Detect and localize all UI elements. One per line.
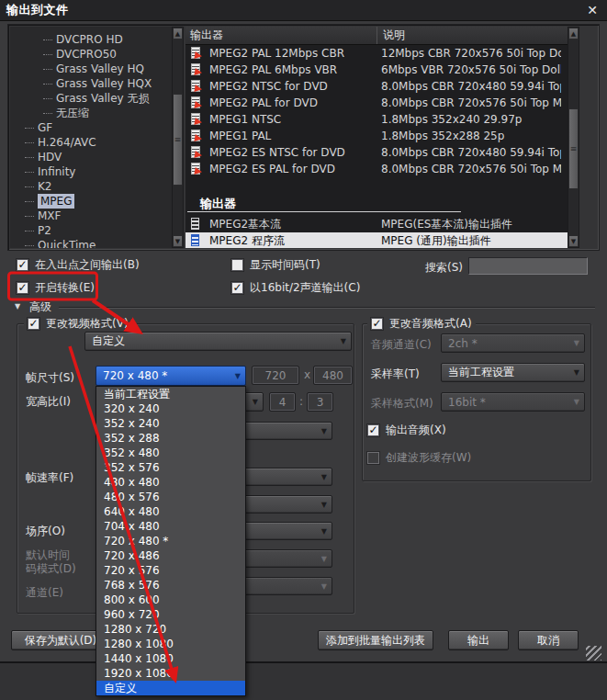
export-preset-icon <box>190 146 205 159</box>
exporter-row-3[interactable]: MPEG2 PAL for DVD8.0Mbps CBR 720x576 50i… <box>185 95 568 111</box>
size-option-3[interactable]: 352 x 288 <box>96 431 245 446</box>
grip-icon: ≡ <box>570 145 578 153</box>
frame-width-field[interactable]: 720 <box>252 366 299 385</box>
size-option-14[interactable]: 800 x 600 <box>96 593 245 607</box>
bit16-output-checkbox[interactable]: ✓ 以16bit/2声道输出(C) <box>231 280 360 296</box>
tree-item-1[interactable]: DVCPRO50 <box>10 47 172 62</box>
tree-item-3[interactable]: Grass Valley HQX <box>10 76 172 91</box>
tree-item-11[interactable]: MPEG <box>10 194 172 209</box>
tree-item-13[interactable]: P2 <box>10 223 172 238</box>
list-scrollbar-thumb[interactable]: ≡ <box>568 108 579 189</box>
tree-scrollbar-thumb[interactable]: ≡ <box>173 94 183 186</box>
tree-item-12[interactable]: MXF <box>10 209 172 223</box>
close-icon[interactable]: ✕ <box>578 3 607 17</box>
exporter-row-7[interactable]: MPEG2 ES PAL for DVD8.0Mbps CBR 720x576 … <box>185 161 568 177</box>
exporter-name: MPEG1 PAL <box>209 130 271 142</box>
check-icon: ✓ <box>28 318 38 329</box>
tree-item-7[interactable]: H.264/AVC <box>10 135 172 150</box>
tree-item-10[interactable]: K2 <box>10 179 172 194</box>
expander-icon[interactable]: ▼ <box>15 302 20 310</box>
scroll-down-icon[interactable]: ▼ <box>568 235 579 247</box>
size-option-4[interactable]: 352 x 480 <box>96 446 245 460</box>
exporter-description: 8.0Mbps CBR 720x480 59.94i Top Dol... <box>381 146 561 159</box>
add-batch-button[interactable]: 添加到批量输出列表 <box>318 630 433 650</box>
exporter-row-0[interactable]: MPEG2 PAL 12Mbps CBR12Mbps CBR 720x576 5… <box>185 45 568 62</box>
plugin-row-0[interactable]: MPEG2基本流MPEG(ES基本流)输出插件 <box>185 216 568 232</box>
tree-item-label: Grass Valley HQ <box>56 62 144 76</box>
size-option-11[interactable]: 720 x 486 <box>96 548 245 563</box>
size-option-0[interactable]: 当前工程设置 <box>96 387 245 401</box>
video-preset-select[interactable]: 自定义 ▼ <box>84 332 352 351</box>
size-option-9[interactable]: 704 x 480 <box>96 519 245 534</box>
exporter-row-4[interactable]: MPEG1 NTSC1.8Mbps 352x240 29.97p <box>185 111 568 128</box>
check-icon: ✓ <box>372 318 381 329</box>
titlebar[interactable]: 输出到文件 ✕ <box>0 0 607 21</box>
tc-mode-label-line2: 码模式(D) <box>26 561 76 577</box>
display-timecode-checkbox[interactable]: 显示时间码(T) <box>231 257 320 273</box>
scroll-up-icon[interactable]: ▲ <box>568 28 579 40</box>
advanced-label[interactable]: 高级 <box>29 299 51 315</box>
size-option-10[interactable]: 720 x 480 * <box>96 534 245 548</box>
size-option-7[interactable]: 480 x 576 <box>96 490 245 504</box>
exporter-description: 1.8Mbps 352x240 29.97p <box>381 113 561 126</box>
resize-grip[interactable] <box>586 646 601 660</box>
chevron-down-icon: ▼ <box>321 555 327 563</box>
search-input[interactable] <box>468 257 588 275</box>
size-option-2[interactable]: 352 x 240 <box>96 416 245 431</box>
size-option-20[interactable]: 自定义 <box>96 681 245 695</box>
size-option-12[interactable]: 720 x 576 <box>96 563 245 578</box>
chevron-down-icon: ▼ <box>574 339 579 347</box>
size-option-5[interactable]: 352 x 576 <box>96 460 245 475</box>
exporter-row-5[interactable]: MPEG1 PAL1.8Mbps 352x288 25p <box>185 128 568 144</box>
samplerate-select[interactable]: 当前工程设置 ▼ <box>441 363 585 382</box>
red-arrow-icon <box>194 101 206 110</box>
tree-item-8[interactable]: HDV <box>10 150 172 164</box>
tree-scrollbar[interactable]: ▲ ≡ ▼ <box>172 27 184 248</box>
chevron-down-icon: ▼ <box>574 398 579 406</box>
exporter-row-1[interactable]: MPEG2 PAL 6Mbps VBR6Mbps VBR 720x576 50i… <box>185 62 568 78</box>
exporter-description: 8.0Mbps CBR 720x480 59.94i Top Dol... <box>381 80 561 93</box>
cancel-button[interactable]: 取消 <box>518 630 579 650</box>
export-button[interactable]: 输出 <box>448 630 509 650</box>
exporter-description: 8.0Mbps CBR 720x576 50i Top MPEG... <box>381 163 561 175</box>
size-option-1[interactable]: 320 x 240 <box>96 401 245 416</box>
frame-height-field[interactable]: 480 <box>313 366 353 385</box>
size-option-17[interactable]: 1280 x 1080 <box>96 637 245 651</box>
size-option-18[interactable]: 1440 x 1080 <box>96 651 245 666</box>
tree-item-4[interactable]: Grass Valley 无损 <box>10 91 172 106</box>
aspect-den-field[interactable]: 3 <box>307 392 333 412</box>
tree-item-5[interactable]: 无压缩 <box>10 106 172 120</box>
size-option-8[interactable]: 640 x 480 <box>96 504 245 519</box>
format-panel: DVCPRO HDDVCPRO50Grass Valley HQGrass Va… <box>7 24 600 251</box>
tree-item-0[interactable]: DVCPRO HD <box>10 32 172 47</box>
tree-item-2[interactable]: Grass Valley HQ <box>10 62 172 76</box>
exporter-row-6[interactable]: MPEG2 ES NTSC for DVD8.0Mbps CBR 720x480… <box>185 144 568 161</box>
tree-item-14[interactable]: QuickTime <box>10 238 172 248</box>
size-option-16[interactable]: 1280 x 720 <box>96 622 245 637</box>
size-option-6[interactable]: 480 x 480 <box>96 475 245 490</box>
tree-connector <box>25 201 34 202</box>
change-audio-format-checkbox[interactable]: ✓ 更改音频格式(A) <box>367 316 476 332</box>
size-option-19[interactable]: 1920 x 1080 <box>96 666 245 681</box>
frame-size-select[interactable]: 720 x 480 * ▼ <box>96 366 246 386</box>
between-inout-checkbox[interactable]: ✓ 在入出点之间输出(B) <box>17 257 140 273</box>
change-video-format-checkbox[interactable]: ✓ 更改视频格式(V) <box>24 316 132 332</box>
chevron-down-icon: ▼ <box>341 337 346 345</box>
checkbox-label: 更改视频格式(V) <box>46 316 129 332</box>
size-option-15[interactable]: 960 x 720 <box>96 607 245 622</box>
list-scrollbar[interactable]: ▲ ≡ ▼ <box>568 27 579 248</box>
aspect-num-field[interactable]: 4 <box>269 392 296 412</box>
scroll-down-icon[interactable]: ▼ <box>173 235 183 247</box>
plugin-row-1[interactable]: MPEG2 程序流MPEG (通用)输出插件 <box>185 232 568 248</box>
enable-conversion-checkbox[interactable]: ✓ 开启转换(E) <box>17 280 95 296</box>
size-option-13[interactable]: 768 x 576 <box>96 578 245 593</box>
tree-item-6[interactable]: GF <box>10 120 172 135</box>
exporter-description: 12Mbps CBR 720x576 50i Top Dolby ... <box>381 47 561 60</box>
scroll-up-icon[interactable]: ▲ <box>173 28 183 40</box>
exporter-row-2[interactable]: MPEG2 NTSC for DVD8.0Mbps CBR 720x480 59… <box>185 78 568 95</box>
column-header-exporter[interactable]: 输出器 <box>185 27 377 44</box>
checkbox-checked-icon: ✓ <box>17 259 28 271</box>
output-audio-checkbox[interactable]: ✓ 输出音频(X) <box>367 423 446 438</box>
column-header-description[interactable]: 说明 <box>377 27 568 44</box>
tree-item-9[interactable]: Infinity <box>10 164 172 179</box>
